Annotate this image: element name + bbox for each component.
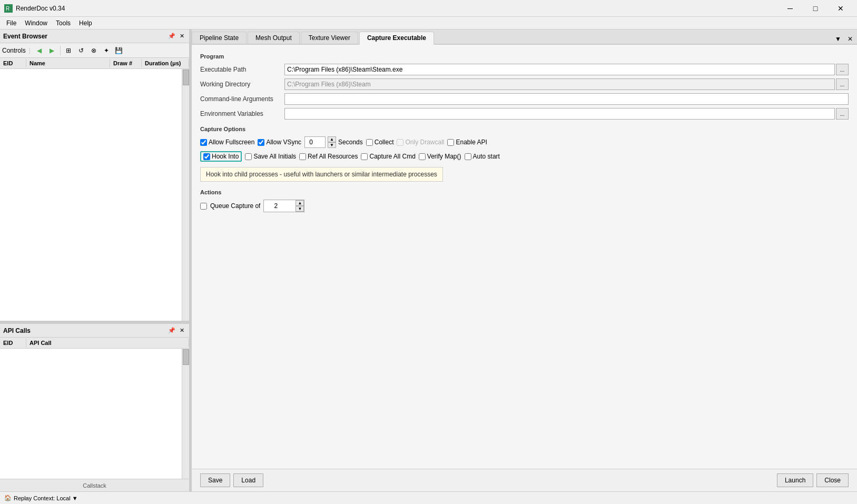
- env-vars-browse-button[interactable]: ...: [836, 108, 849, 120]
- event-browser-actions: 📌 ✕: [166, 32, 186, 40]
- api-calls-title: API Calls: [3, 327, 31, 334]
- spin-up-button[interactable]: ▲: [328, 136, 336, 142]
- event-browser-pin-button[interactable]: 📌: [166, 32, 177, 40]
- seconds-label: Seconds: [338, 139, 363, 146]
- command-line-input[interactable]: [284, 93, 849, 105]
- working-directory-label: Working Directory: [200, 81, 284, 88]
- executable-path-row: Executable Path ...: [200, 64, 849, 75]
- queue-input-wrap: ▲ ▼: [263, 200, 304, 212]
- menu-file[interactable]: File: [2, 18, 21, 28]
- capture-options-label: Capture Options: [200, 126, 849, 132]
- tab-mesh-output[interactable]: Mesh Output: [248, 32, 300, 44]
- allow-fullscreen-item: Allow Fullscreen: [200, 139, 254, 146]
- collect-label: Collect: [375, 139, 394, 146]
- save-config-button[interactable]: Save: [200, 473, 230, 487]
- hook-into-checkbox[interactable]: [203, 153, 210, 160]
- api-calls-panel: API Calls 📌 ✕ EID API Call Callstack: [0, 323, 189, 491]
- seconds-input-wrap: ▲ ▼ Seconds: [304, 136, 363, 148]
- api-scrollbar[interactable]: [182, 349, 189, 479]
- ref-all-resources-label: Ref All Resources: [308, 153, 358, 160]
- event-browser-header: Event Browser 📌 ✕: [0, 29, 189, 43]
- queue-capture-label: Queue Capture of: [210, 202, 260, 210]
- tab-arrow-button[interactable]: ▼: [833, 34, 843, 44]
- minimize-button[interactable]: ─: [778, 1, 802, 16]
- queue-capture-checkbox[interactable]: [200, 203, 207, 210]
- event-table-body: [0, 69, 189, 321]
- back-button[interactable]: ◀: [34, 45, 45, 56]
- api-table-body: [0, 349, 189, 479]
- spin-down-button[interactable]: ▼: [328, 142, 336, 148]
- auto-start-checkbox[interactable]: [465, 153, 471, 160]
- working-directory-input[interactable]: [284, 78, 835, 90]
- api-calls-header: API Calls 📌 ✕: [0, 324, 189, 338]
- event-browser-title: Event Browser: [3, 33, 47, 40]
- tab-close-button[interactable]: ✕: [845, 34, 855, 44]
- app-title: RenderDoc v0.34: [16, 5, 778, 12]
- menu-window[interactable]: Window: [21, 18, 52, 28]
- capture-options-row1: Allow Fullscreen Allow VSync ▲ ▼: [200, 136, 849, 148]
- capture-executable-content: Program Executable Path ... Working Dire…: [192, 45, 857, 469]
- stop-button[interactable]: ⊗: [88, 45, 100, 56]
- save-all-initials-checkbox[interactable]: [245, 153, 252, 160]
- hook-into-tooltip: Hook into child processes - useful with …: [200, 167, 443, 182]
- allow-vsync-item: Allow VSync: [258, 139, 301, 146]
- window-close-button[interactable]: ✕: [829, 1, 853, 16]
- verify-map-checkbox[interactable]: [419, 153, 426, 160]
- seconds-input[interactable]: [304, 136, 326, 148]
- event-scrollbar-thumb[interactable]: [183, 70, 189, 85]
- tab-pipeline-state[interactable]: Pipeline State: [192, 32, 247, 44]
- api-calls-close-button[interactable]: ✕: [178, 327, 186, 334]
- callstack-bar: Callstack: [0, 479, 189, 491]
- capture-all-cmd-checkbox[interactable]: [361, 153, 368, 160]
- collect-item: Collect: [366, 139, 394, 146]
- forward-button[interactable]: ▶: [46, 45, 58, 56]
- only-drawcall-checkbox[interactable]: [397, 139, 403, 146]
- queue-spin-down[interactable]: ▼: [295, 206, 304, 212]
- tab-capture-executable[interactable]: Capture Executable: [359, 32, 434, 45]
- api-calls-pin-button[interactable]: 📌: [166, 327, 177, 334]
- auto-start-label: Auto start: [473, 153, 500, 160]
- save-all-initials-item: Save All Initials: [245, 153, 296, 160]
- statusbar-text[interactable]: Replay Context: Local ▼: [14, 495, 78, 501]
- capture-options-section: Capture Options Allow Fullscreen Allow V…: [200, 126, 849, 182]
- ref-all-resources-checkbox[interactable]: [299, 153, 306, 160]
- window-controls: ─ □ ✕: [778, 1, 853, 16]
- star-button[interactable]: ✦: [101, 45, 112, 56]
- command-line-row: Command-line Arguments: [200, 93, 849, 105]
- event-browser-close-button[interactable]: ✕: [178, 32, 186, 40]
- tabs-bar: Pipeline State Mesh Output Texture Viewe…: [192, 29, 857, 45]
- executable-path-browse-button[interactable]: ...: [836, 64, 849, 75]
- queue-capture-row: Queue Capture of ▲ ▼: [200, 200, 849, 212]
- allow-fullscreen-label: Allow Fullscreen: [209, 139, 254, 146]
- api-table-header: EID API Call: [0, 338, 189, 349]
- executable-path-input[interactable]: [284, 64, 835, 75]
- close-panel-button[interactable]: Close: [816, 473, 849, 487]
- capture-all-cmd-label: Capture All Cmd: [369, 153, 415, 160]
- refresh-button[interactable]: ↺: [75, 45, 87, 56]
- enable-api-checkbox[interactable]: [447, 139, 454, 146]
- allow-fullscreen-checkbox[interactable]: [200, 139, 207, 146]
- statusbar: 🏠 Replay Context: Local ▼: [0, 491, 857, 504]
- collect-checkbox[interactable]: [366, 139, 373, 146]
- spin-buttons: ▲ ▼: [328, 136, 336, 148]
- maximize-button[interactable]: □: [803, 1, 828, 16]
- launch-button[interactable]: Launch: [777, 473, 813, 487]
- expand-button[interactable]: ⊞: [63, 45, 74, 56]
- event-table-scrollbar[interactable]: [182, 69, 189, 321]
- api-col-eid: EID: [0, 339, 26, 347]
- env-vars-input[interactable]: [284, 108, 835, 120]
- enable-api-label: Enable API: [456, 139, 487, 146]
- verify-map-item: Verify Map(): [419, 153, 461, 160]
- bottom-left-buttons: Save Load: [200, 473, 263, 487]
- queue-capture-input[interactable]: [264, 200, 295, 212]
- queue-spin-up[interactable]: ▲: [295, 200, 304, 206]
- api-scrollbar-thumb[interactable]: [183, 349, 189, 365]
- allow-vsync-checkbox[interactable]: [258, 139, 264, 146]
- menu-tools[interactable]: Tools: [52, 18, 75, 28]
- menu-help[interactable]: Help: [75, 18, 96, 28]
- tab-texture-viewer[interactable]: Texture Viewer: [301, 32, 358, 44]
- working-directory-row: Working Directory ...: [200, 78, 849, 90]
- working-directory-browse-button[interactable]: ...: [836, 78, 849, 90]
- save-button-ctrl[interactable]: 💾: [113, 45, 125, 56]
- load-config-button[interactable]: Load: [233, 473, 263, 487]
